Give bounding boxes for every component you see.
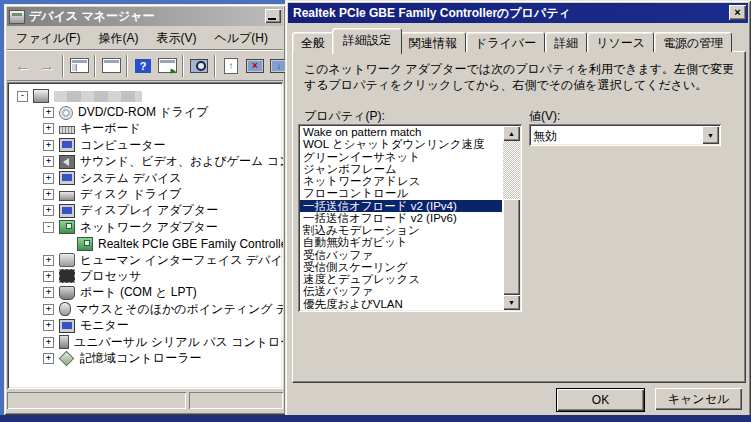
scan-hardware-changes-button[interactable] [187, 54, 211, 78]
ok-button[interactable]: OK [556, 388, 645, 412]
scroll-up-icon[interactable]: ▲ [503, 126, 520, 141]
tree-item-mice[interactable]: + マウスとそのほかのポインティング デバイス [11, 301, 283, 317]
tab-resources[interactable]: リソース [587, 32, 654, 52]
tree-item-display-adapters[interactable]: + ディスプレイ アダプター [11, 203, 283, 219]
expand-expander[interactable]: + [43, 287, 54, 298]
list-item[interactable]: 受信側スケーリング [300, 261, 502, 273]
minimize-button[interactable] [265, 9, 281, 23]
expand-expander[interactable]: + [43, 205, 54, 216]
tree-item-computer-category[interactable]: + コンピューター [11, 137, 283, 153]
list-item[interactable]: Wake on pattern match [300, 126, 502, 138]
list-item[interactable]: ネットワークアドレス [300, 175, 502, 187]
expand-expander[interactable]: + [43, 173, 54, 184]
expand-expander[interactable]: + [43, 320, 54, 331]
expand-expander[interactable]: + [43, 337, 54, 348]
tree-item-monitors[interactable]: + モニター [11, 317, 283, 333]
tree-item-label: サウンド、ビデオ、およびゲーム コントローラー [80, 153, 283, 170]
dialog-titlebar[interactable]: Realtek PCIe GBE Family Controllerのプロパティ [288, 3, 748, 23]
tree-item-sound[interactable]: + サウンド、ビデオ、およびゲーム コントローラー [11, 154, 283, 170]
tree-item-ports[interactable]: + ポート (COM と LPT) [11, 285, 283, 301]
tree-item-processors[interactable]: + プロセッサ [11, 268, 283, 284]
uninstall-button[interactable]: × [243, 54, 267, 78]
tree-item-keyboard[interactable]: + キーボード [11, 121, 283, 137]
expand-expander[interactable]: + [43, 271, 54, 282]
expand-expander[interactable]: + [43, 140, 54, 151]
expand-expander[interactable]: + [43, 123, 54, 134]
scroll-down-icon[interactable]: ▼ [503, 295, 520, 310]
back-button[interactable]: ← [11, 54, 35, 78]
tree-item-realtek-controller[interactable]: Realtek PCIe GBE Family Controller [11, 236, 283, 252]
tree-item-label: ディスク ドライブ [80, 186, 182, 203]
list-item-selected[interactable]: 一括送信オフロード v2 (IPv4) [300, 200, 502, 212]
sound-icon [59, 155, 75, 169]
status-bar [7, 390, 283, 411]
update-driver-button[interactable]: ↑ [219, 54, 243, 78]
expand-expander[interactable]: + [43, 304, 54, 315]
toolbar-separator [62, 55, 64, 77]
property-listbox[interactable]: Wake on pattern match WOL とシャットダウンリンク速度 … [298, 124, 522, 312]
device-manager-titlebar[interactable]: デバイス マネージャー [7, 7, 283, 26]
list-item[interactable]: 速度とデュプレックス [300, 273, 502, 285]
expand-expander[interactable]: + [43, 156, 54, 167]
computer-category-icon [59, 138, 75, 152]
tree-item-network-adapters[interactable]: - ネットワーク アダプター [11, 219, 283, 235]
tab-driver[interactable]: ドライバー [466, 32, 545, 52]
expand-expander[interactable]: + [43, 255, 54, 266]
tree-item-label: 記憶域コントローラー [80, 350, 201, 367]
properties-button[interactable] [99, 54, 123, 78]
device-tree: - + DVD/CD-ROM ドライブ + キーボード + コンピューター + … [7, 82, 283, 389]
system-devices-icon [59, 171, 75, 185]
menu-view[interactable]: 表示(V) [147, 28, 205, 49]
menu-file[interactable]: ファイル(F) [7, 28, 89, 49]
tab-page-advanced: このネットワーク アダプターでは次のプロパティを利用できます。左側で変更するプロ… [292, 51, 746, 383]
collapse-expander[interactable]: - [43, 222, 54, 233]
list-item[interactable]: 優先度およびVLAN [300, 298, 502, 310]
device-manager-window: デバイス マネージャー ファイル(F) 操作(A) 表示(V) ヘルプ(H) ←… [4, 4, 286, 415]
tree-item-system-devices[interactable]: + システム デバイス [11, 170, 283, 186]
usb-controller-icon [59, 335, 69, 349]
list-item[interactable]: フローコントロール [300, 187, 502, 199]
menu-help[interactable]: ヘルプ(H) [205, 28, 277, 49]
tree-item-disk-drives[interactable]: + ディスク ドライブ [11, 186, 283, 202]
close-icon[interactable]: × [729, 5, 746, 20]
tab-power-management[interactable]: 電源の管理 [654, 32, 732, 52]
tree-item-hid[interactable]: + ヒューマン インターフェイス デバイス [11, 252, 283, 268]
list-item[interactable]: 割込みモデレーション [300, 224, 502, 236]
list-item[interactable]: WOL とシャットダウンリンク速度 [300, 138, 502, 150]
tree-item-usb-controllers[interactable]: + ユニバーサル シリアル バス コントローラー [11, 334, 283, 350]
show-hide-console-tree-button[interactable] [67, 54, 91, 78]
tab-advanced[interactable]: 詳細設定 [332, 28, 402, 54]
list-item[interactable]: 自動無効ギガビット [300, 236, 502, 248]
tree-item-label: ヒューマン インターフェイス デバイス [80, 252, 283, 269]
tree-item-computer-root[interactable]: - [11, 88, 283, 104]
list-item[interactable]: グリーンイーサネット [300, 151, 502, 163]
scrollbar[interactable]: ▲ ▼ [503, 126, 520, 310]
list-item[interactable]: 一括送信オフロード v2 (IPv6) [300, 212, 502, 224]
collapse-expander[interactable]: - [17, 91, 28, 102]
forward-button[interactable]: → [35, 54, 59, 78]
tab-general[interactable]: 全般 [292, 32, 334, 52]
monitor-icon [59, 319, 75, 333]
tree-item-dvd[interactable]: + DVD/CD-ROM ドライブ [11, 104, 283, 120]
list-item[interactable]: 伝送バッファ [300, 285, 502, 297]
menu-action[interactable]: 操作(A) [89, 28, 147, 49]
help-icon: ? [135, 59, 151, 73]
property-rows: Wake on pattern match WOL とシャットダウンリンク速度 … [300, 126, 502, 310]
chevron-down-icon[interactable]: ▼ [702, 126, 719, 144]
storage-controller-icon [59, 351, 75, 367]
dvd-drive-icon [59, 106, 73, 120]
properties-dialog: Realtek PCIe GBE Family Controllerのプロパティ… [285, 0, 751, 418]
tree-item-storage-controllers[interactable]: + 記憶域コントローラー [11, 350, 283, 366]
tab-related-info[interactable]: 関連情報 [400, 32, 466, 52]
list-item[interactable]: 受信バッファ [300, 249, 502, 261]
scrollbar-thumb[interactable] [503, 199, 520, 295]
export-list-button[interactable]: ▶ [155, 54, 179, 78]
expand-expander[interactable]: + [43, 353, 54, 364]
cancel-button[interactable]: キャンセル [655, 388, 742, 410]
list-item[interactable]: ジャンボフレーム [300, 163, 502, 175]
tab-details[interactable]: 詳細 [545, 32, 587, 52]
expand-expander[interactable]: + [43, 189, 54, 200]
expand-expander[interactable]: + [43, 107, 54, 118]
value-combobox[interactable]: 無効 ▼ [529, 124, 721, 146]
help-button[interactable]: ? [131, 54, 155, 78]
